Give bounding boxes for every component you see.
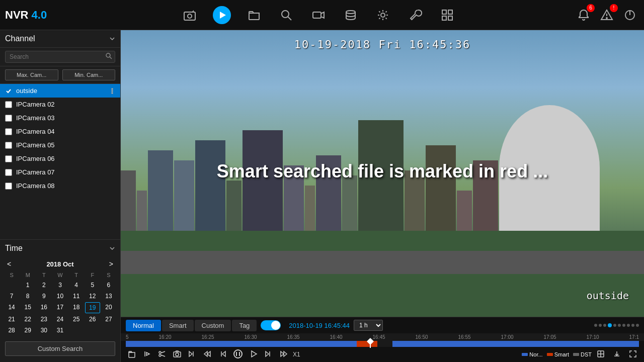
play-nav-icon[interactable]	[213, 6, 231, 24]
channel-item-8[interactable]: IPCamera 08	[0, 179, 120, 193]
alert-icon[interactable]: !	[598, 6, 616, 24]
zoom-dot-5[interactable]	[613, 324, 616, 327]
folder-nav-icon[interactable]	[245, 6, 263, 24]
sidebar-dropdown-icon[interactable]	[109, 36, 115, 42]
cal-day-30[interactable]: 30	[36, 325, 51, 335]
pause-button[interactable]	[231, 348, 245, 361]
clip-icon[interactable]	[595, 349, 607, 360]
zoom-dot-3[interactable]	[603, 324, 606, 327]
zoom-dot-10[interactable]	[636, 324, 639, 327]
cal-prev-button[interactable]: <	[4, 259, 14, 269]
zoom-dot-9[interactable]	[631, 324, 634, 327]
channel-item-7[interactable]: IPCamera 07	[0, 165, 120, 179]
cal-day-2[interactable]: 2	[36, 280, 51, 290]
video-cam-label: outside	[587, 290, 629, 302]
ruler-label-10: 17:05	[544, 334, 556, 340]
channel-item-4[interactable]: IPCamera 04	[0, 125, 120, 138]
search-input[interactable]	[5, 51, 115, 63]
zoom-dot-2[interactable]	[599, 324, 602, 327]
rewind-button[interactable]	[216, 349, 228, 360]
tab-custom[interactable]: Custom	[195, 320, 231, 331]
zoom-dot-8[interactable]	[627, 324, 630, 327]
timeline-bar[interactable]	[126, 341, 639, 347]
snapshot-button[interactable]	[171, 349, 183, 360]
cal-day-13[interactable]: 13	[101, 291, 116, 301]
channel-checkbox-2[interactable]	[5, 101, 12, 108]
fast-forward-button[interactable]	[278, 349, 290, 360]
channel-item-outside[interactable]: outside	[0, 84, 120, 98]
cal-day-8[interactable]: 8	[20, 291, 35, 301]
record-nav-icon[interactable]	[309, 6, 328, 24]
stop-frame-button[interactable]	[141, 349, 153, 360]
cal-day-23[interactable]: 23	[36, 314, 51, 324]
cal-day-17[interactable]: 17	[52, 302, 67, 313]
cal-next-button[interactable]: >	[106, 259, 116, 269]
channel-item-3[interactable]: IPCamera 03	[0, 111, 120, 125]
cal-day-20[interactable]: 20	[101, 302, 116, 313]
cal-day-27[interactable]: 27	[101, 314, 116, 324]
cal-day-21[interactable]: 21	[4, 314, 19, 324]
channel-item-2[interactable]: IPCamera 02	[0, 98, 120, 111]
zoom-dot-4[interactable]	[608, 323, 612, 327]
cal-day-18[interactable]: 18	[69, 302, 84, 313]
cut-button[interactable]	[156, 349, 168, 360]
next-button[interactable]	[263, 349, 275, 360]
cal-day-1[interactable]: 1	[20, 280, 35, 290]
custom-search-button[interactable]: Custom Search	[5, 341, 115, 356]
cal-day-25[interactable]: 25	[69, 314, 84, 324]
search-nav-icon[interactable]	[277, 6, 295, 24]
cal-day-14[interactable]: 14	[4, 302, 19, 313]
slow-play-button[interactable]	[186, 349, 198, 360]
cal-day-29[interactable]: 29	[20, 325, 35, 335]
cal-day-16[interactable]: 16	[36, 302, 51, 313]
channel-checkbox-4[interactable]	[5, 128, 12, 135]
grid-nav-icon[interactable]	[438, 6, 456, 24]
max-cam-button[interactable]: Max. Cam...	[5, 69, 58, 80]
channel-checkbox-7[interactable]	[5, 169, 12, 176]
cal-day-28[interactable]: 28	[4, 325, 19, 335]
cal-day-15[interactable]: 15	[20, 302, 35, 313]
power-icon[interactable]	[621, 6, 639, 24]
fullscreen-icon[interactable]	[627, 349, 639, 360]
cal-day-26[interactable]: 26	[85, 314, 100, 324]
channel-item-5[interactable]: IPCamera 05	[0, 138, 120, 152]
zoom-dot-1[interactable]	[594, 324, 597, 327]
cal-day-31[interactable]: 31	[52, 325, 67, 335]
notification-bell-icon[interactable]: 6	[575, 6, 593, 24]
cal-day-24[interactable]: 24	[52, 314, 67, 324]
camera-nav-icon[interactable]	[181, 6, 199, 24]
open-folder-button[interactable]	[126, 349, 138, 360]
min-cam-button[interactable]: Min. Cam...	[62, 69, 116, 80]
zoom-dot-7[interactable]	[622, 324, 625, 327]
cal-day-19[interactable]: 19	[85, 302, 100, 313]
cal-day-7[interactable]: 7	[4, 291, 19, 301]
tab-smart[interactable]: Smart	[162, 320, 194, 331]
cal-day-5[interactable]: 5	[85, 280, 100, 290]
cal-day-3[interactable]: 3	[52, 280, 67, 290]
wrench-nav-icon[interactable]	[406, 6, 424, 24]
channel-checkbox-8[interactable]	[5, 183, 12, 190]
channel-checkbox-5[interactable]	[5, 142, 12, 149]
toggle-switch[interactable]	[261, 320, 281, 330]
duration-select[interactable]: 1 h 2 h 6 h 24 h	[354, 320, 383, 331]
channel-item-6[interactable]: IPCamera 06	[0, 152, 120, 165]
cal-day-6[interactable]: 6	[101, 280, 116, 290]
cal-day-4[interactable]: 4	[69, 280, 84, 290]
zoom-dot-6[interactable]	[618, 324, 621, 327]
prev-frame-button[interactable]	[201, 349, 213, 360]
channel-checkbox-6[interactable]	[5, 155, 12, 162]
channel-checkbox-3[interactable]	[5, 115, 12, 122]
cal-day-11[interactable]: 11	[69, 291, 84, 301]
tab-normal[interactable]: Normal	[126, 320, 161, 331]
cal-day-22[interactable]: 22	[20, 314, 35, 324]
settings-nav-icon[interactable]	[374, 6, 392, 24]
cal-day-12[interactable]: 12	[85, 291, 100, 301]
database-nav-icon[interactable]	[342, 6, 360, 24]
channel-label-7: IPCamera 07	[16, 168, 55, 176]
download-icon[interactable]	[611, 349, 623, 360]
time-dropdown-icon[interactable]	[109, 245, 115, 251]
cal-day-10[interactable]: 10	[52, 291, 67, 301]
play-button[interactable]	[248, 349, 260, 360]
tab-tag[interactable]: Tag	[232, 320, 257, 331]
cal-day-9[interactable]: 9	[36, 291, 51, 301]
